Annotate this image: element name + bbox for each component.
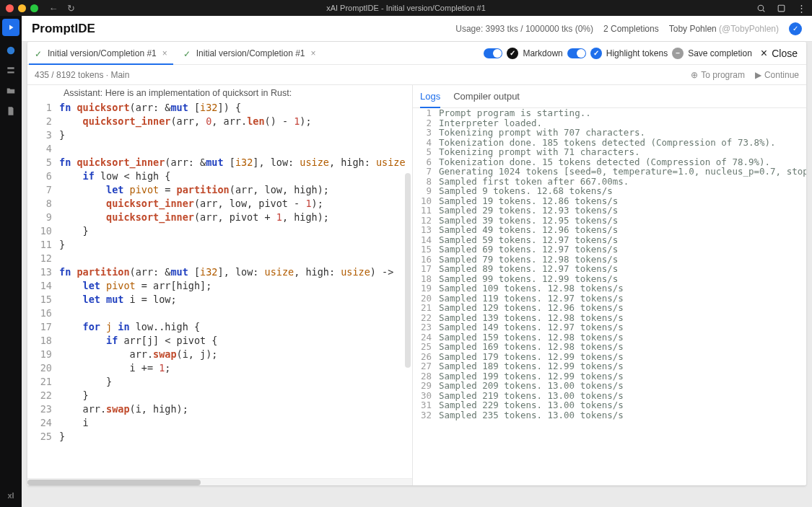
code-line: 15 let mut i = low;	[27, 293, 412, 307]
code-line: 13fn partition(arr: &mut [i32], low: usi…	[27, 265, 412, 279]
output-tabs: Logs Compiler output	[413, 85, 806, 108]
log-line-number: 9	[413, 186, 439, 196]
search-icon[interactable]	[756, 3, 766, 13]
log-line-number: 24	[413, 332, 439, 343]
back-icon[interactable]: ←	[48, 3, 58, 13]
log-view[interactable]: 1Prompt program is starting..2Interprete…	[413, 108, 806, 485]
completions-count[interactable]: 2 Completions	[603, 24, 659, 34]
log-line-number: 27	[413, 361, 439, 371]
reload-icon[interactable]: ↻	[66, 3, 76, 13]
log-line-number: 13	[413, 225, 439, 235]
code-text: if low < high {	[59, 169, 170, 183]
log-line-number: 22	[413, 313, 439, 323]
tab-label: Logs	[420, 91, 440, 102]
tab-completion-1[interactable]: ✓ Initial version/Completion #1 ×	[29, 42, 173, 64]
line-number: 18	[27, 334, 59, 348]
menu-icon[interactable]: ⋮	[796, 3, 806, 13]
code-text: quicksort_inner(arr, pivot + 1, high);	[59, 211, 329, 224]
tab-label: Initial version/Completion #1	[48, 48, 157, 58]
continue-button[interactable]: ▶ Continue	[755, 70, 799, 80]
code-line: 24 i	[27, 416, 412, 430]
check-circle-icon: ✓	[590, 48, 602, 59]
close-icon[interactable]: ×	[311, 48, 316, 58]
line-number: 4	[27, 142, 59, 156]
log-line-number: 17	[413, 264, 439, 274]
log-line: 4Tokenization done. 185 tokens detected …	[413, 138, 806, 148]
header: PromptIDE Usage: 3993 tks / 1000000 tks …	[22, 16, 812, 42]
log-text: Sampled 169 tokens. 12.98 tokens/s	[439, 342, 624, 352]
log-line-number: 5	[413, 147, 439, 157]
code-editor[interactable]: 1fn quicksort(arr: &mut [i32]) {2 quicks…	[27, 101, 412, 478]
line-number: 17	[27, 320, 59, 334]
run-button[interactable]	[2, 19, 19, 36]
line-number: 15	[27, 293, 59, 307]
scrollbar-horizontal-thumb[interactable]	[27, 480, 201, 485]
log-text: Sampled 179 tokens. 12.99 tokens/s	[439, 352, 624, 362]
close-window-icon[interactable]	[6, 4, 14, 12]
log-text: Sampled 79 tokens. 12.98 tokens/s	[439, 255, 618, 265]
rail-files-icon[interactable]	[5, 65, 17, 76]
tab-logs[interactable]: Logs	[420, 85, 440, 107]
close-label: Close	[772, 48, 798, 59]
log-line: 23Sampled 149 tokens. 12.97 tokens/s	[413, 322, 806, 332]
log-line-number: 19	[413, 283, 439, 294]
tab-compiler-output[interactable]: Compiler output	[453, 85, 520, 107]
line-number: 14	[27, 279, 59, 293]
log-line-number: 1	[413, 108, 439, 118]
log-text: Sampled 49 tokens. 12.96 tokens/s	[439, 225, 618, 235]
log-text: Sampled 99 tokens. 12.99 tokens/s	[439, 274, 618, 284]
line-number: 16	[27, 307, 59, 320]
close-button[interactable]: × Close	[756, 42, 802, 64]
log-line: 24Sampled 159 tokens. 12.98 tokens/s	[413, 332, 806, 343]
log-text: Sampled 229 tokens. 13.00 tokens/s	[439, 400, 624, 410]
log-line: 12Sampled 39 tokens. 12.95 tokens/s	[413, 216, 806, 226]
log-text: Sampled 139 tokens. 12.98 tokens/s	[439, 313, 624, 323]
line-number: 20	[27, 361, 59, 375]
user-name: Toby Pohlen	[669, 24, 717, 34]
log-line: 25Sampled 169 tokens. 12.98 tokens/s	[413, 342, 806, 352]
tab-label: Compiler output	[453, 91, 520, 102]
code-text: quicksort_inner(arr, 0, arr.len() - 1);	[59, 115, 312, 128]
log-line-number: 21	[413, 303, 439, 313]
log-line: 5Tokenizing prompt with 71 characters.	[413, 147, 806, 157]
panel: ✓ Initial version/Completion #1 × ✓ Init…	[27, 42, 806, 485]
rail-add-icon[interactable]	[5, 45, 17, 56]
line-number: 3	[27, 128, 59, 142]
log-line: 6Tokenization done. 15 tokens detected (…	[413, 157, 806, 167]
rail-doc-icon[interactable]	[5, 105, 17, 117]
svg-line-1	[763, 10, 764, 12]
code-text: if arr[j] < pivot {	[59, 334, 217, 348]
code-line: 22 }	[27, 389, 412, 402]
log-line-number: 10	[413, 196, 439, 206]
user-handle: (@TobyPohlen)	[719, 24, 779, 34]
line-number: 11	[27, 238, 59, 252]
to-program-button[interactable]: ⊕ To program	[691, 70, 745, 80]
log-text: Sampled 199 tokens. 12.99 tokens/s	[439, 371, 624, 382]
user-chip[interactable]: Toby Pohlen (@TobyPohlen)	[669, 24, 779, 34]
log-text: Sampled 59 tokens. 12.97 tokens/s	[439, 235, 618, 245]
maximize-window-icon[interactable]	[30, 4, 38, 12]
scrollbar-horizontal-track[interactable]	[27, 478, 412, 485]
code-text: }	[59, 430, 65, 444]
log-line-number: 29	[413, 381, 439, 391]
scrollbar-vertical[interactable]	[405, 173, 411, 368]
log-text: Sampled 109 tokens. 12.98 tokens/s	[439, 283, 624, 294]
code-text: }	[59, 375, 112, 389]
close-icon[interactable]: ×	[162, 48, 167, 58]
log-line: 10Sampled 19 tokens. 12.86 tokens/s	[413, 196, 806, 206]
minimize-window-icon[interactable]	[18, 4, 26, 12]
markdown-toggle[interactable]: ✓ Markdown	[484, 42, 562, 64]
log-line-number: 15	[413, 244, 439, 255]
tab-completion-2[interactable]: ✓ Initial version/Completion #1 ×	[178, 42, 322, 64]
rail-folder-icon[interactable]	[5, 85, 17, 97]
log-text: Sampled 159 tokens. 12.98 tokens/s	[439, 332, 624, 343]
log-line: 29Sampled 209 tokens. 13.00 tokens/s	[413, 381, 806, 391]
label: To program	[701, 70, 745, 80]
output-pane: Logs Compiler output 1Prompt program is …	[413, 85, 806, 485]
extensions-icon[interactable]	[776, 3, 786, 13]
save-completion-toggle[interactable]: – Save completion	[672, 42, 752, 64]
code-text: i	[59, 416, 89, 430]
log-line-number: 14	[413, 235, 439, 245]
log-text: Sampled 209 tokens. 13.00 tokens/s	[439, 381, 624, 391]
highlight-toggle[interactable]: ✓ Highlight tokens	[567, 42, 668, 64]
